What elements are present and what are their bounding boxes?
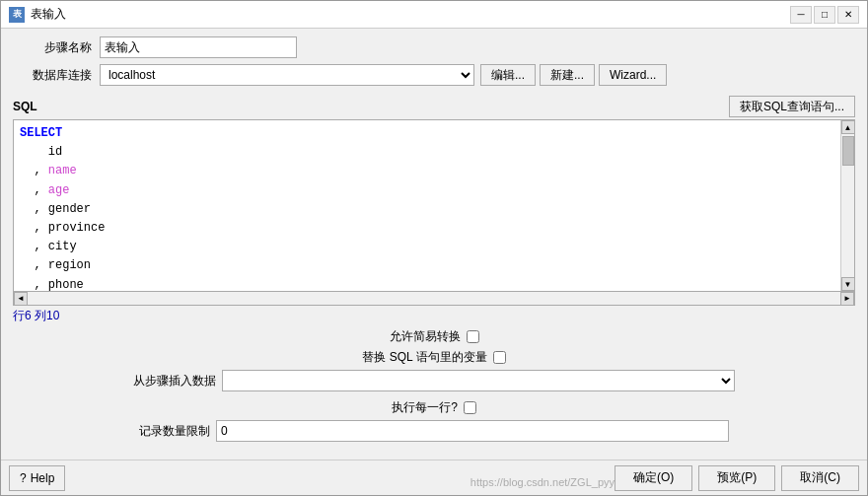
scroll-thumb[interactable] [842, 136, 854, 166]
db-buttons: 编辑... 新建... Wizard... [480, 64, 667, 86]
wizard-button[interactable]: Wizard... [599, 64, 667, 86]
main-content: 步骤名称 数据库连接 localhost 编辑... 新建... Wizard.… [1, 29, 867, 460]
step-name-label: 步骤名称 [13, 39, 92, 56]
insert-from-step-select[interactable] [222, 370, 735, 391]
minimize-button[interactable]: ─ [790, 6, 812, 24]
execute-each-row-checkbox[interactable] [464, 401, 476, 414]
sql-scrollbar-horizontal[interactable]: ◄ ► [13, 292, 855, 306]
status-text: 行6 列10 [13, 309, 59, 322]
step-name-input[interactable] [100, 36, 297, 58]
watermark: https://blog.csdn.net/ZGL_pyy [470, 476, 615, 488]
sql-label: SQL [13, 100, 37, 113]
scroll-left-arrow[interactable]: ◄ [14, 292, 28, 306]
sql-editor-container: SELECT id , name , age , gender , provin… [13, 119, 855, 292]
sql-editor[interactable]: SELECT id , name , age , gender , provin… [14, 120, 840, 291]
db-connection-label: 数据库连接 [13, 67, 92, 84]
preview-button[interactable]: 预览(P) [698, 465, 775, 491]
window-title: 表输入 [31, 6, 66, 23]
db-connection-controls: localhost 编辑... 新建... Wizard... [100, 64, 667, 86]
bottom-buttons: 确定(O) 预览(P) 取消(C) [615, 465, 859, 491]
help-icon: ? [20, 471, 27, 485]
insert-from-step-label: 从步骤插入数据 [133, 373, 216, 390]
scroll-up-arrow[interactable]: ▲ [841, 120, 855, 134]
options-section: 允许简易转换 替换 SQL 语句里的变量 从步骤插入数据 执行每一行? 记录数量… [13, 328, 855, 446]
record-limit-label: 记录数量限制 [139, 423, 210, 440]
sql-label-row: SQL 获取SQL查询语句... [13, 96, 855, 117]
replace-sql-variables-checkbox[interactable] [493, 351, 506, 364]
status-bar: 行6 列10 [13, 308, 855, 324]
title-bar: 表 表输入 ─ □ ✕ [1, 1, 867, 29]
scroll-track-horizontal [28, 292, 840, 305]
replace-sql-variables-row: 替换 SQL 语句里的变量 [13, 349, 855, 366]
execute-each-row-label: 执行每一行? [392, 399, 458, 416]
edit-button[interactable]: 编辑... [480, 64, 536, 86]
scroll-down-arrow[interactable]: ▼ [841, 277, 855, 291]
sql-scrollbar-vertical[interactable]: ▲ ▼ [840, 120, 854, 291]
sql-section: SQL 获取SQL查询语句... SELECT id , name , age … [13, 96, 855, 306]
bottom-bar: ? Help https://blog.csdn.net/ZGL_pyy 确定(… [1, 460, 867, 495]
window-icon: 表 [9, 7, 25, 23]
new-button[interactable]: 新建... [540, 64, 595, 86]
cancel-button[interactable]: 取消(C) [781, 465, 859, 491]
title-bar-controls: ─ □ ✕ [790, 6, 859, 24]
step-name-row: 步骤名称 [13, 36, 855, 58]
insert-from-step-row: 从步骤插入数据 [13, 370, 855, 391]
help-button[interactable]: ? Help [9, 465, 65, 491]
replace-sql-variables-label: 替换 SQL 语句里的变量 [362, 349, 486, 366]
execute-each-row-row: 执行每一行? [13, 399, 855, 416]
scroll-right-arrow[interactable]: ► [840, 292, 854, 306]
db-connection-select[interactable]: localhost [100, 64, 474, 86]
allow-simple-conversion-row: 允许简易转换 [13, 328, 855, 345]
main-window: 表 表输入 ─ □ ✕ 步骤名称 数据库连接 localhost 编辑... [0, 0, 868, 496]
title-bar-left: 表 表输入 [9, 6, 66, 23]
record-limit-row: 记录数量限制 [13, 420, 855, 442]
confirm-button[interactable]: 确定(O) [615, 465, 692, 491]
maximize-button[interactable]: □ [814, 6, 835, 24]
db-connection-row: 数据库连接 localhost 编辑... 新建... Wizard... [13, 64, 855, 86]
allow-simple-conversion-label: 允许简易转换 [390, 328, 461, 345]
fetch-sql-button[interactable]: 获取SQL查询语句... [729, 96, 855, 117]
record-limit-input[interactable] [216, 420, 729, 442]
close-button[interactable]: ✕ [837, 6, 859, 24]
allow-simple-conversion-checkbox[interactable] [467, 330, 479, 343]
help-label: Help [31, 471, 55, 485]
